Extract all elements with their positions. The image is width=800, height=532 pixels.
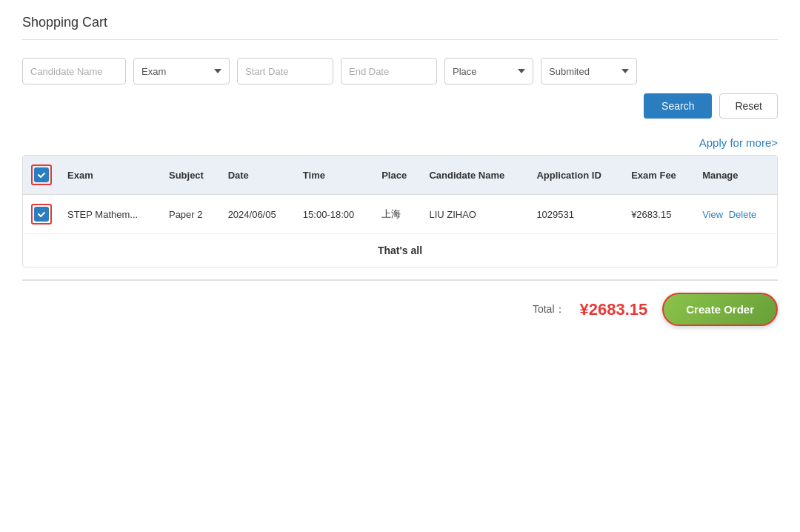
candidate-name-input[interactable] (22, 58, 126, 84)
row-exam: STEP Mathem... (60, 195, 161, 234)
header-checkbox[interactable] (34, 167, 49, 182)
total-label: Total： (533, 303, 565, 316)
header-checkbox-highlight (31, 164, 52, 185)
exam-select[interactable]: Exam (133, 58, 230, 84)
table-header-row: Exam Subject Date Time Place Candidate N… (23, 156, 777, 195)
col-application-id: Application ID (529, 156, 624, 195)
apply-more-link[interactable]: Apply for more> (699, 136, 778, 149)
reset-button[interactable]: Reset (719, 93, 778, 119)
row-subject: Paper 2 (161, 195, 221, 234)
row-time: 15:00-18:00 (296, 195, 374, 234)
col-candidate-name: Candidate Name (421, 156, 529, 195)
start-date-input[interactable] (237, 58, 333, 84)
footer-bar: Total： ¥2683.15 Create Order (22, 279, 778, 338)
col-exam: Exam (60, 156, 161, 195)
col-subject: Subject (161, 156, 221, 195)
create-order-button[interactable]: Create Order (662, 293, 778, 326)
row-checkbox[interactable] (34, 207, 49, 222)
row-checkbox-highlight (31, 204, 52, 225)
table-footer-text: That's all (23, 233, 777, 267)
status-select[interactable]: Submited Pending Completed Cancelled (541, 58, 637, 84)
filter-row: Exam Place Submited Pending Completed Ca… (22, 58, 778, 84)
shopping-cart-table: Exam Subject Date Time Place Candidate N… (23, 156, 777, 233)
col-exam-fee: Exam Fee (624, 156, 695, 195)
apply-more-link-wrapper: Apply for more> (22, 136, 778, 149)
header-checkbox-cell (23, 156, 60, 195)
col-manage: Manage (695, 156, 777, 195)
row-exam-fee: ¥2683.15 (624, 195, 695, 234)
total-amount: ¥2683.15 (580, 300, 648, 319)
shopping-cart-table-container: Exam Subject Date Time Place Candidate N… (22, 155, 778, 267)
page-title: Shopping Cart (22, 15, 778, 40)
end-date-input[interactable] (341, 58, 437, 84)
row-manage: View Delete (695, 195, 777, 234)
table-row: STEP Mathem... Paper 2 2024/06/05 15:00-… (23, 195, 777, 234)
button-row: Search Reset (22, 93, 778, 119)
row-application-id: 1029531 (529, 195, 624, 234)
col-date: Date (221, 156, 296, 195)
delete-link[interactable]: Delete (729, 209, 757, 220)
search-button[interactable]: Search (644, 93, 712, 119)
view-link[interactable]: View (702, 209, 723, 220)
col-time: Time (296, 156, 374, 195)
row-candidate-name: LIU ZIHAO (421, 195, 529, 234)
row-checkbox-cell (23, 195, 60, 234)
row-place: 上海 (374, 195, 421, 234)
row-date: 2024/06/05 (221, 195, 296, 234)
place-select[interactable]: Place (444, 58, 533, 84)
col-place: Place (374, 156, 421, 195)
